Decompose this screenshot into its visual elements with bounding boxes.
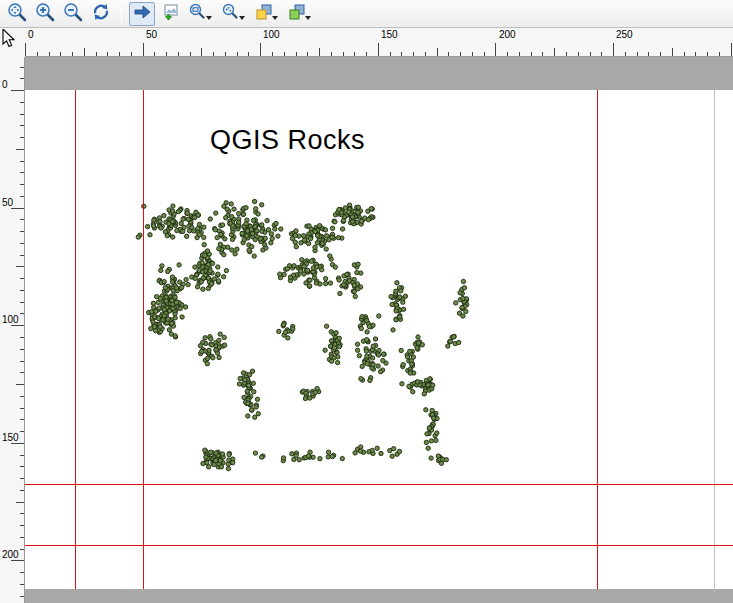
green-blue-squares-icon [287,2,313,26]
ruler-tick [507,52,508,56]
ruler-tick [20,349,24,350]
zoom-to-item-button[interactable] [185,2,216,26]
magnifier-dropdown-icon [188,2,214,26]
ruler-tick [484,52,485,56]
ruler-tick [284,52,285,56]
ruler-tick [190,52,191,56]
composer-label-item[interactable]: QGIS Rocks [210,125,365,156]
ruler-tick [542,52,543,56]
ruler-tick [11,560,24,561]
magnifier-plus-icon [35,2,55,26]
zoom-options-button[interactable] [218,2,249,26]
ruler-tick [20,172,24,173]
ruler-tick [601,52,602,56]
zoom-full-button[interactable] [4,2,30,26]
ruler-label: 250 [616,29,633,40]
ruler-tick [590,52,591,56]
ruler-tick [11,325,24,326]
ruler-tick [296,52,297,56]
ruler-tick [578,52,579,56]
ruler-label: 0 [2,79,8,90]
ruler-tick [684,52,685,56]
ruler-tick [554,48,555,56]
arrow-right-icon [132,2,152,26]
ruler-tick [495,43,496,56]
ruler-tick [354,52,355,56]
ruler-tick [20,525,24,526]
ruler-tick [448,52,449,56]
ruler-tick [107,52,108,56]
ruler-tick [20,455,24,456]
ruler-tick [307,52,308,56]
ruler-tick [20,125,24,126]
ruler-tick [96,52,97,56]
ruler-tick [131,52,132,56]
ruler-tick [20,196,24,197]
vertical-ruler[interactable]: 050100150200 [0,57,25,603]
ruler-tick [20,337,24,338]
ruler-tick [20,161,24,162]
align-items-button[interactable] [284,2,315,26]
zoom-out-button[interactable] [60,2,86,26]
ruler-label: 150 [2,432,19,443]
ruler-tick [472,52,473,56]
horizontal-guide-line[interactable] [25,545,733,546]
select-move-item-button[interactable] [129,2,155,26]
ruler-tick [672,48,673,56]
ruler-tick [20,361,24,362]
horizontal-guide-line[interactable] [25,484,733,485]
ruler-tick [16,266,24,267]
ruler-tick [225,52,226,56]
composition-workspace[interactable]: QGIS Rocks [25,57,733,603]
refresh-icon [91,2,111,26]
magnifier-dots-dropdown-icon [221,2,247,26]
vertical-guide-line[interactable] [597,90,598,589]
map-item-points[interactable] [25,57,733,603]
ruler-tick [84,48,85,56]
ruler-tick [49,52,50,56]
refresh-view-button[interactable] [88,2,114,26]
ruler-label: 200 [2,549,19,560]
ruler-tick [20,102,24,103]
vertical-guide-line[interactable] [75,90,76,589]
ruler-tick [20,419,24,420]
ruler-tick [16,502,24,503]
ruler-tick [390,52,391,56]
zoom-in-button[interactable] [32,2,58,26]
ruler-tick [401,52,402,56]
ruler-tick [20,584,24,585]
ruler-tick [378,43,379,56]
magnifier-arrows-icon [7,2,27,26]
ruler-tick [648,52,649,56]
ruler-tick [343,52,344,56]
ruler-tick [37,52,38,56]
horizontal-ruler[interactable]: 050100150200250 [25,28,733,57]
move-item-content-button[interactable] [157,2,183,26]
ruler-tick [248,52,249,56]
raise-items-button[interactable] [251,2,282,26]
ruler-tick [20,478,24,479]
ruler-tick [20,431,24,432]
ruler-tick [625,52,626,56]
ruler-tick [319,48,320,56]
toolbar-separator [121,4,122,24]
ruler-tick [519,52,520,56]
ruler-tick [20,466,24,467]
ruler-tick [20,243,24,244]
ruler-tick [20,513,24,514]
ruler-tick [20,313,24,314]
vertical-guide-line[interactable] [143,90,144,589]
composer-toolbar [0,0,733,28]
ruler-tick [201,48,202,56]
ruler-tick [20,408,24,409]
ruler-tick [143,43,144,56]
ruler-tick [20,490,24,491]
ruler-tick [731,43,732,56]
mouse-cursor-icon [2,29,17,53]
ruler-label: 0 [28,29,34,40]
ruler-tick [20,372,24,373]
ruler-label: 100 [2,314,19,325]
map-plus-icon [160,2,180,26]
ruler-tick [213,52,214,56]
ruler-tick [20,596,24,597]
